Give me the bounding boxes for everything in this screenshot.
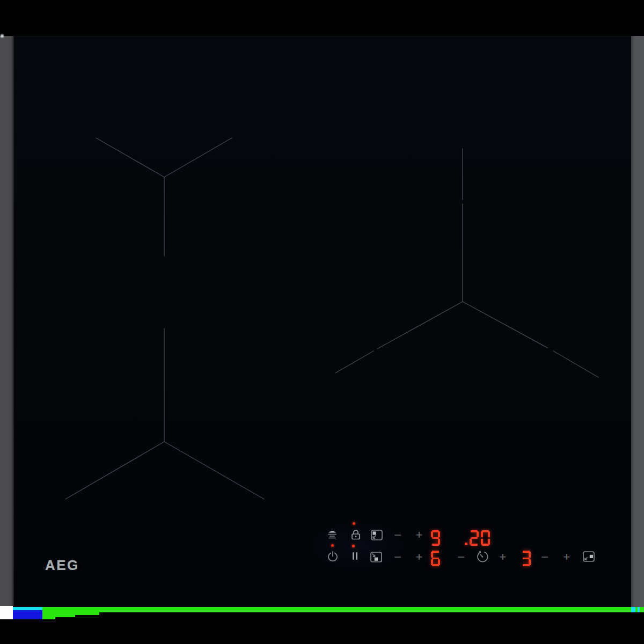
- zone-bottom-left-power-display: [431, 551, 440, 566]
- zone-select-bottom-left-icon[interactable]: [370, 552, 382, 562]
- zone-right-minus-button[interactable]: −: [540, 552, 549, 561]
- zone-top-left-plus-button[interactable]: +: [415, 530, 423, 539]
- timer-display: [465, 530, 490, 546]
- lock-icon[interactable]: [350, 529, 361, 540]
- power-icon[interactable]: [327, 550, 339, 562]
- zone-right-power-display: [522, 551, 531, 566]
- aeg-logo: AEG: [45, 557, 79, 574]
- induction-hob-photo: AEG − +: [0, 0, 644, 644]
- pause-icon[interactable]: [352, 552, 358, 560]
- power-indicator-dot: [331, 544, 334, 547]
- zone-select-top-left-icon[interactable]: [371, 530, 383, 540]
- glitch-artifact-green-step: [75, 612, 99, 615]
- lock-indicator-dot: [353, 522, 355, 525]
- zone-top-left-minus-button[interactable]: −: [393, 530, 402, 539]
- glitch-artifact-green-step: [55, 612, 75, 617]
- timer-clock-icon[interactable]: [475, 550, 489, 564]
- timer-plus-button[interactable]: +: [499, 552, 507, 561]
- zone-top-left-power-display: [431, 530, 440, 546]
- zone-right-plus-button[interactable]: +: [562, 552, 571, 561]
- zone-bottom-left-plus-button[interactable]: +: [415, 552, 423, 561]
- glitch-artifact-green-step: [42, 612, 55, 619]
- glitch-artifact-blue: [13, 610, 42, 619]
- glitch-artifact-cyan-bit: [638, 607, 640, 612]
- zone-select-right-icon[interactable]: [583, 551, 595, 562]
- zone-marking-lines: [0, 0, 644, 644]
- pause-indicator-dot: [352, 545, 355, 547]
- timer-minus-button[interactable]: −: [457, 552, 465, 561]
- zone-bottom-left-minus-button[interactable]: −: [393, 552, 402, 561]
- glitch-artifact-cyan-bit: [631, 607, 635, 612]
- glitch-artifact-green: [42, 607, 644, 612]
- hob2hood-icon[interactable]: [326, 528, 339, 541]
- glitch-artifact-white: [0, 606, 13, 619]
